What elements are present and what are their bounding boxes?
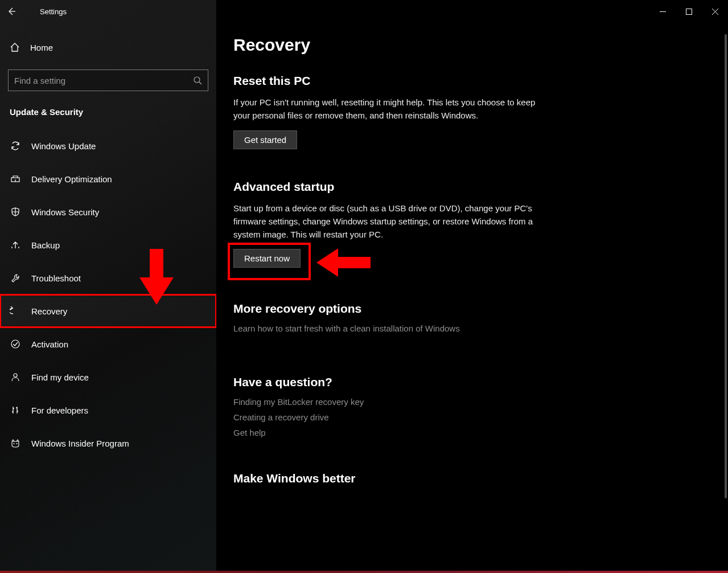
wrench-icon [10,272,21,284]
get-started-button[interactable]: Get started [233,130,297,149]
sidebar-item-label: Delivery Optimization [31,174,112,184]
have-question-section: Have a question? Finding my BitLocker re… [233,375,552,437]
scrollbar-thumb[interactable] [725,34,727,498]
search-icon [193,76,202,85]
have-question-heading: Have a question? [233,375,552,389]
sidebar-item-label: Activation [31,339,68,349]
sidebar-item-label: Backup [31,240,60,250]
ninja-cat-icon [10,437,21,449]
sidebar-item-windows-insider[interactable]: Windows Insider Program [0,427,216,460]
question-link-recovery-drive[interactable]: Creating a recovery drive [233,412,552,422]
maximize-button[interactable] [676,3,702,20]
tools-icon [10,404,21,416]
svg-point-6 [17,443,18,444]
maximize-icon [686,9,692,15]
home-button[interactable]: Home [0,34,216,60]
more-recovery-link[interactable]: Learn how to start fresh with a clean in… [233,324,552,333]
svg-point-1 [194,77,200,83]
sidebar-item-for-developers[interactable]: For developers [0,394,216,427]
backup-icon [10,239,21,251]
sidebar: Home Update & Security Windows Update De… [0,0,216,573]
annotation-arrow-right [316,248,371,277]
question-link-get-help[interactable]: Get help [233,428,552,437]
sidebar-item-windows-update[interactable]: Windows Update [0,129,216,162]
sidebar-item-find-my-device[interactable]: Find my device [0,361,216,394]
recovery-icon [10,305,21,317]
sidebar-item-label: Windows Insider Program [31,439,129,448]
make-windows-better-heading: Make Windows better [233,472,552,485]
sidebar-item-label: Troubleshoot [31,273,81,283]
back-button[interactable] [0,0,23,23]
minimize-button[interactable] [649,3,676,20]
sync-icon [10,140,21,152]
svg-point-4 [14,374,17,377]
more-recovery-section: More recovery options Learn how to start… [233,302,552,333]
make-windows-better-section: Make Windows better [233,472,552,485]
sidebar-item-label: Recovery [31,306,67,316]
bottom-edge-strip [0,571,728,573]
sidebar-item-label: Windows Update [31,141,96,151]
restart-now-button[interactable]: Restart now [233,249,301,268]
reset-pc-heading: Reset this PC [233,74,552,88]
minimize-icon [660,9,666,15]
titlebar: Settings [0,0,728,23]
close-button[interactable] [702,3,728,20]
sidebar-item-recovery[interactable]: Recovery [0,294,216,328]
advanced-startup-body: Start up from a device or disc (such as … [233,202,552,242]
close-icon [712,9,718,15]
sidebar-item-label: Windows Security [31,207,99,217]
sidebar-item-delivery-optimization[interactable]: Delivery Optimization [0,162,216,195]
advanced-startup-heading: Advanced startup [233,180,552,194]
window-controls [649,3,728,20]
search-input-container[interactable] [8,69,208,91]
more-recovery-heading: More recovery options [233,302,552,316]
main-content: Recovery Reset this PC If your PC isn't … [216,0,728,573]
question-link-bitlocker[interactable]: Finding my BitLocker recovery key [233,397,552,407]
location-person-icon [10,371,21,383]
page-title: Recovery [233,35,728,55]
home-icon [10,42,20,52]
reset-pc-section: Reset this PC If your PC isn't running w… [233,74,552,149]
vertical-scrollbar[interactable] [720,34,728,562]
svg-point-5 [14,443,15,444]
window-title: Settings [23,7,67,16]
search-input[interactable] [14,76,193,85]
sidebar-item-activation[interactable]: Activation [0,328,216,361]
checkmark-circle-icon [10,338,21,350]
sidebar-section-header: Update & Security [0,101,216,129]
sidebar-item-label: Find my device [31,373,89,382]
sidebar-nav-list: Windows Update Delivery Optimization Win… [0,129,216,460]
arrow-left-icon [7,7,16,16]
sidebar-item-troubleshoot[interactable]: Troubleshoot [0,261,216,294]
svg-point-3 [11,340,19,348]
home-label: Home [30,43,53,52]
sidebar-item-backup[interactable]: Backup [0,228,216,261]
svg-rect-0 [686,9,692,14]
advanced-startup-section: Advanced startup Start up from a device … [233,180,552,268]
shield-icon [10,206,21,218]
sidebar-item-label: For developers [31,406,88,415]
reset-pc-body: If your PC isn't running well, resetting… [233,96,552,122]
delivery-icon [10,173,21,185]
sidebar-item-windows-security[interactable]: Windows Security [0,195,216,228]
